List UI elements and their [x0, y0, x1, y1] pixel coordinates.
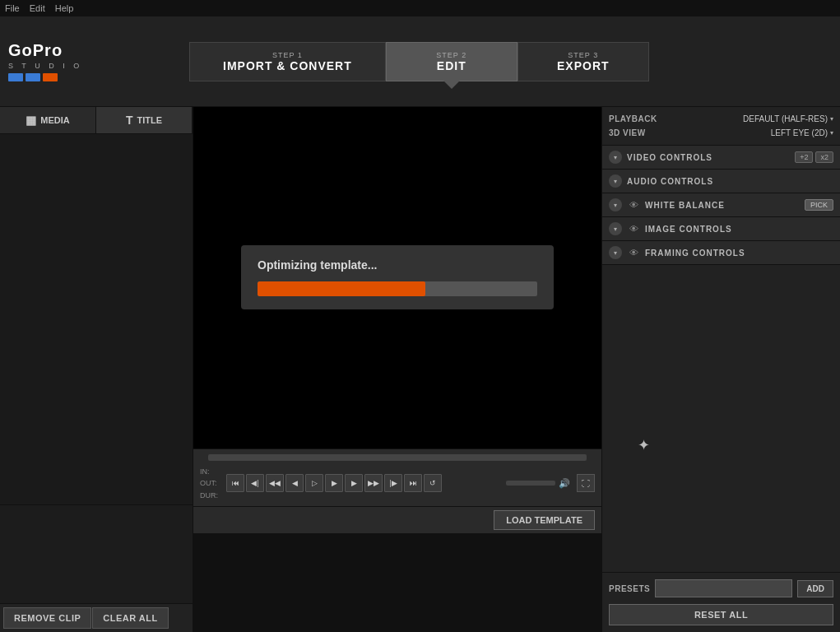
framing-controls-section: ▾ 👁 FRAMING CONTROLS — [602, 241, 840, 265]
fullscreen-button[interactable]: ⛶ — [577, 474, 595, 492]
image-controls-header[interactable]: ▾ 👁 IMAGE CONTROLS — [602, 217, 840, 240]
white-balance-chevron-icon: ▾ — [609, 198, 622, 211]
slow-fwd-button[interactable]: ▶ — [345, 474, 363, 492]
menu-file[interactable]: File — [5, 3, 20, 13]
step2-edit[interactable]: STEP 2 EDIT — [386, 42, 517, 81]
video-badge-2: x2 — [815, 151, 833, 163]
menu-help[interactable]: Help — [55, 3, 74, 13]
volume-bar[interactable] — [506, 481, 555, 486]
fast-fwd-button[interactable]: ▶▶ — [364, 474, 383, 492]
dur-label: DUR: — [200, 490, 218, 501]
step1-import[interactable]: STEP 1 IMPORT & CONVERT — [189, 42, 386, 81]
volume-area: 🔊 — [506, 478, 570, 489]
title-bar: File Edit Help — [0, 0, 840, 16]
logo-sq-red — [43, 73, 58, 81]
playback-controls: IN: OUT: DUR: ⏮ ◀| ◀◀ ◀ ▷ ▶ ▶ ▶▶ |▶ ⏭ ↺ … — [200, 466, 595, 501]
media-icon: ▦ — [26, 114, 36, 127]
video-controls-header[interactable]: ▾ VIDEO CONTROLS +2 x2 — [602, 146, 840, 169]
center-panel: Optimizing template... ✦ IN: OUT: DUR: ⏮… — [193, 107, 601, 632]
presets-row: PRESETS ADD — [609, 579, 833, 597]
in-label: IN: — [200, 466, 218, 477]
audio-controls-title: AUDIO CONTROLS — [627, 177, 833, 186]
logo: GoPro S T U D I O — [8, 41, 90, 81]
right-top: PLAYBACK DEFAULT (HALF-RES) ▾ 3D VIEW LE… — [602, 107, 840, 146]
white-balance-pick-badge[interactable]: PICK — [805, 199, 833, 211]
right-panel: PLAYBACK DEFAULT (HALF-RES) ▾ 3D VIEW LE… — [601, 107, 840, 632]
presets-label: PRESETS — [609, 584, 650, 593]
image-chevron-icon: ▾ — [609, 222, 622, 235]
step3-num: STEP 3 — [551, 51, 615, 59]
playback-value: DEFAULT (HALF-RES) — [743, 114, 828, 123]
framing-chevron-icon: ▾ — [609, 246, 622, 259]
image-controls-title: IMAGE CONTROLS — [645, 225, 833, 234]
bottom-buttons: REMOVE CLIP CLEAR ALL — [0, 603, 193, 632]
left-bottom-timeline — [0, 504, 193, 603]
add-preset-button[interactable]: ADD — [797, 580, 833, 597]
skip-to-end-button[interactable]: ⏭ — [404, 474, 422, 492]
progress-text: Optimizing template... — [258, 258, 537, 272]
video-area: Optimizing template... ✦ — [193, 107, 601, 448]
white-balance-section: ▾ 👁 WHITE BALANCE PICK — [602, 193, 840, 217]
remove-clip-button[interactable]: REMOVE CLIP — [3, 607, 91, 629]
image-controls-eye-icon[interactable]: 👁 — [627, 222, 640, 235]
video-controls-badges: +2 x2 — [795, 151, 833, 163]
controls-list: ▾ VIDEO CONTROLS +2 x2 ▾ AUDIO CONTROLS — [602, 146, 840, 572]
presets-input[interactable] — [655, 579, 792, 597]
step-back-button[interactable]: ◀| — [246, 474, 264, 492]
progress-overlay: Optimizing template... — [241, 245, 554, 309]
tab-media[interactable]: ▦ MEDIA — [0, 107, 96, 133]
menu-edit[interactable]: Edit — [30, 3, 45, 13]
step1-num: STEP 1 — [223, 51, 352, 59]
progress-bar-fill — [258, 281, 425, 296]
video-controls-section: ▾ VIDEO CONTROLS +2 x2 — [602, 146, 840, 170]
steps-nav: STEP 1 IMPORT & CONVERT STEP 2 EDIT STEP… — [189, 42, 649, 81]
step2-num: STEP 2 — [420, 51, 484, 59]
clear-all-button[interactable]: CLEAR ALL — [92, 607, 168, 629]
logo-sq-blue1 — [8, 73, 23, 81]
tab-title-label: TITLE — [137, 115, 163, 125]
progress-bar-bg — [258, 281, 537, 296]
volume-icon: 🔊 — [559, 478, 570, 489]
timeline-scrubber[interactable] — [208, 454, 587, 461]
left-content — [0, 134, 193, 504]
framing-controls-title: FRAMING CONTROLS — [645, 249, 833, 258]
load-template-button[interactable]: LOAD TEMPLATE — [494, 510, 595, 530]
loop-button[interactable]: ↺ — [424, 474, 442, 492]
time-labels: IN: OUT: DUR: — [200, 466, 218, 501]
image-controls-section: ▾ 👁 IMAGE CONTROLS — [602, 217, 840, 241]
left-tabs: ▦ MEDIA T TITLE — [0, 107, 193, 134]
rewind-button[interactable]: ◀◀ — [266, 474, 284, 492]
logo-sq-blue2 — [26, 73, 40, 81]
view-3d-dropdown-arrow[interactable]: ▾ — [830, 129, 833, 137]
skip-to-start-button[interactable]: ⏮ — [226, 474, 244, 492]
play-reverse-button[interactable]: ▷ — [305, 474, 323, 492]
header: GoPro S T U D I O STEP 1 IMPORT & CONVER… — [0, 16, 840, 107]
slow-back-button[interactable]: ◀ — [285, 474, 304, 492]
framing-controls-header[interactable]: ▾ 👁 FRAMING CONTROLS — [602, 241, 840, 264]
logo-squares — [8, 73, 90, 81]
framing-controls-eye-icon[interactable]: 👁 — [627, 246, 640, 259]
step3-label: EXPORT — [551, 59, 615, 72]
audio-controls-header[interactable]: ▾ AUDIO CONTROLS — [602, 170, 840, 193]
play-button[interactable]: ▶ — [325, 474, 343, 492]
white-balance-header[interactable]: ▾ 👁 WHITE BALANCE PICK — [602, 193, 840, 216]
white-balance-eye-icon[interactable]: 👁 — [627, 198, 640, 211]
tab-title[interactable]: T TITLE — [96, 107, 193, 133]
playback-row: PLAYBACK DEFAULT (HALF-RES) ▾ — [609, 112, 833, 126]
reset-all-button[interactable]: RESET ALL — [609, 604, 833, 625]
step3-export[interactable]: STEP 3 EXPORT — [517, 42, 649, 81]
playback-label: PLAYBACK — [609, 114, 657, 123]
right-bottom: PRESETS ADD RESET ALL — [602, 572, 840, 632]
main-layout: ▦ MEDIA T TITLE REMOVE CLIP CLEAR ALL Op… — [0, 107, 840, 632]
tab-media-label: MEDIA — [40, 115, 69, 125]
playback-value-container: DEFAULT (HALF-RES) ▾ — [743, 114, 833, 123]
step-fwd-button[interactable]: |▶ — [384, 474, 402, 492]
logo-brand: GoPro — [8, 41, 90, 60]
view-3d-row: 3D VIEW LEFT EYE (2D) ▾ — [609, 126, 833, 140]
step2-label: EDIT — [420, 59, 484, 72]
audio-controls-section: ▾ AUDIO CONTROLS — [602, 170, 840, 193]
playback-dropdown-arrow[interactable]: ▾ — [830, 115, 833, 123]
playback-controls-area: IN: OUT: DUR: ⏮ ◀| ◀◀ ◀ ▷ ▶ ▶ ▶▶ |▶ ⏭ ↺ … — [193, 448, 601, 506]
view-3d-value: LEFT EYE (2D) — [771, 128, 828, 137]
video-badge-1: +2 — [795, 151, 813, 163]
